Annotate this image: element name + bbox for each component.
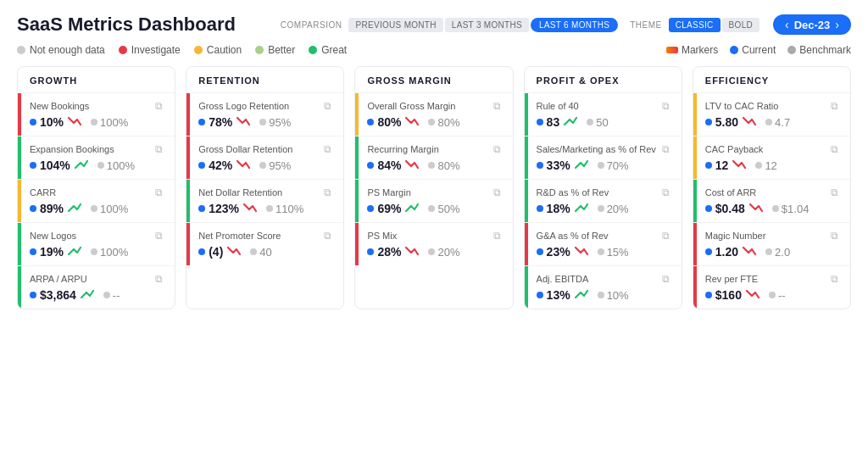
table-row: Sales/Marketing as % of Rev⧉33%70% — [525, 136, 682, 180]
metric-current-value: 69% — [367, 202, 420, 215]
current-indicator-dot — [705, 119, 712, 125]
table-row: LTV to CAC Ratio⧉5.804.7 — [693, 93, 850, 136]
legend-no-data: Not enough data — [17, 44, 105, 56]
metric-detail-icon[interactable]: ⧉ — [662, 100, 670, 112]
table-row: Overall Gross Margin⧉80%80% — [355, 93, 512, 136]
metric-detail-icon[interactable]: ⧉ — [831, 230, 838, 242]
metric-name: Net Dollar Retention — [198, 187, 282, 198]
metric-benchmark-value: 100% — [91, 203, 128, 215]
metric-detail-icon[interactable]: ⧉ — [493, 143, 501, 155]
metric-current-value: 13% — [537, 288, 589, 302]
benchmark-indicator-dot — [598, 292, 604, 298]
table-row: Rev per FTE⧉$160-- — [693, 266, 850, 309]
metric-detail-icon[interactable]: ⧉ — [662, 143, 670, 155]
metric-current-value: 19% — [30, 245, 82, 259]
trend-icon — [732, 159, 747, 172]
theme-bold[interactable]: BOLD — [722, 18, 760, 32]
metric-detail-icon[interactable]: ⧉ — [155, 230, 163, 242]
metric-benchmark-value: 15% — [598, 246, 629, 259]
benchmark-value-text: 100% — [107, 159, 135, 172]
current-indicator-dot — [537, 162, 543, 169]
metric-row-header: Gross Dollar Retention⧉ — [198, 143, 331, 155]
metric-detail-icon[interactable]: ⧉ — [324, 143, 331, 155]
current-indicator-dot — [705, 248, 712, 255]
trend-icon — [236, 159, 251, 172]
period-last-6[interactable]: LAST 6 MONTHS — [531, 18, 618, 32]
metric-detail-icon[interactable]: ⧉ — [324, 187, 331, 198]
metric-name: ARPA / ARPU — [30, 274, 87, 284]
current-indicator-dot — [367, 248, 374, 255]
metric-current-value: 28% — [367, 245, 420, 259]
date-next-button[interactable]: › — [833, 18, 841, 31]
date-prev-button[interactable]: ‹ — [783, 18, 791, 31]
current-indicator-dot — [537, 248, 543, 255]
benchmark-dot-icon — [787, 46, 796, 54]
benchmark-indicator-dot — [598, 248, 604, 255]
period-last-3[interactable]: LAST 3 MONTHS — [445, 18, 529, 32]
metric-detail-icon[interactable]: ⧉ — [155, 187, 163, 198]
metric-benchmark-value: 100% — [97, 159, 135, 172]
metric-detail-icon[interactable]: ⧉ — [831, 187, 838, 198]
metric-detail-icon[interactable]: ⧉ — [324, 230, 331, 242]
benchmark-indicator-dot — [259, 119, 266, 125]
comparison-label: COMPARSION — [281, 20, 342, 30]
metric-name: Gross Logo Retention — [198, 101, 289, 111]
current-indicator-dot — [537, 292, 543, 298]
benchmark-value-text: -- — [113, 289, 120, 302]
benchmark-value-text: 100% — [100, 246, 128, 259]
theme-label: THEME — [630, 20, 662, 30]
trend-icon — [574, 245, 589, 259]
metric-detail-icon[interactable]: ⧉ — [662, 230, 670, 242]
metric-detail-icon[interactable]: ⧉ — [831, 273, 838, 285]
benchmark-indicator-dot — [587, 119, 593, 125]
metric-name: Sales/Marketing as % of Rev — [537, 144, 656, 154]
trend-icon — [67, 202, 82, 215]
table-row: Adj. EBITDA⧉13%10% — [525, 266, 682, 309]
section-profit_opex: PROFIT & OPEXRule of 40⧉8350Sales/Market… — [524, 66, 682, 309]
metric-row-header: New Bookings⧉ — [30, 100, 163, 112]
period-prev-month[interactable]: PREVIOUS MONTH — [348, 18, 442, 32]
metric-values: 1.202.0 — [705, 245, 838, 259]
metric-detail-icon[interactable]: ⧉ — [155, 143, 163, 155]
current-indicator-dot — [367, 119, 374, 125]
metric-benchmark-value: 12 — [755, 159, 776, 172]
metric-row-header: CAC Payback⧉ — [705, 143, 838, 155]
metric-row-header: PS Mix⧉ — [367, 230, 500, 242]
metric-benchmark-value: 10% — [598, 289, 629, 302]
metric-current-value: 104% — [30, 159, 89, 172]
metric-detail-icon[interactable]: ⧉ — [662, 273, 670, 285]
metric-detail-icon[interactable]: ⧉ — [324, 100, 331, 112]
benchmark-indicator-dot — [755, 162, 762, 169]
metric-detail-icon[interactable]: ⧉ — [155, 100, 163, 112]
metric-benchmark-value: 20% — [428, 246, 459, 259]
benchmark-indicator-dot — [765, 119, 772, 125]
metric-row-header: New Logos⧉ — [30, 230, 163, 242]
table-row: Net Promoter Score⧉(4)40 — [186, 223, 343, 265]
metric-detail-icon[interactable]: ⧉ — [155, 273, 163, 285]
status-bar-retention-0 — [186, 93, 190, 136]
current-value-text: 83 — [547, 115, 560, 129]
trend-icon — [404, 159, 420, 172]
metric-benchmark-value: 2.0 — [765, 246, 790, 259]
metric-benchmark-value: $1.04 — [772, 203, 810, 215]
legend-great: Great — [309, 44, 347, 56]
metric-detail-icon[interactable]: ⧉ — [493, 230, 501, 242]
benchmark-indicator-dot — [91, 119, 97, 125]
metric-detail-icon[interactable]: ⧉ — [493, 187, 501, 198]
metric-current-value: 80% — [367, 115, 420, 129]
legend-bar: Not enough data Investigate Caution Bett… — [17, 44, 851, 56]
metric-current-value: 123% — [198, 202, 258, 215]
metric-detail-icon[interactable]: ⧉ — [662, 187, 670, 198]
theme-classic[interactable]: CLASSIC — [669, 18, 721, 32]
metric-detail-icon[interactable]: ⧉ — [493, 100, 501, 112]
metric-row-header: Gross Logo Retention⧉ — [198, 100, 331, 112]
metric-detail-icon[interactable]: ⧉ — [831, 143, 838, 155]
metric-name: Recurring Margin — [367, 144, 438, 154]
table-row: Magic Number⧉1.202.0 — [693, 223, 850, 266]
current-value-text: 13% — [547, 288, 570, 302]
metric-benchmark-value: 50 — [587, 116, 608, 129]
metric-row-header: CARR⧉ — [30, 187, 163, 198]
metric-name: Net Promoter Score — [198, 231, 281, 241]
table-row: Net Dollar Retention⧉123%110% — [186, 180, 343, 223]
metric-detail-icon[interactable]: ⧉ — [831, 100, 838, 112]
